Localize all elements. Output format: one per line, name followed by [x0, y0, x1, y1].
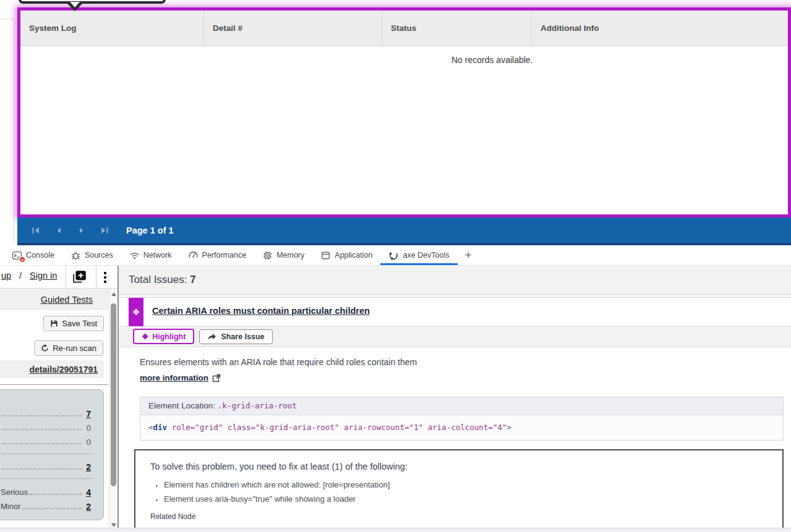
tab-application[interactable]: Application: [312, 245, 380, 265]
issue-title-link[interactable]: Certain ARIA roles must contain particul…: [152, 306, 370, 316]
more-information-link[interactable]: more information: [140, 373, 208, 382]
grid-column-header[interactable]: System Log: [20, 11, 204, 46]
sign-in-link[interactable]: Sign in: [30, 271, 57, 281]
tab-label: Console: [26, 251, 54, 260]
scan-details-box: details/29051791: [0, 360, 104, 378]
tab-label: Sources: [85, 251, 113, 260]
highlight-button[interactable]: ❖ Highlight: [133, 329, 194, 344]
tab-memory[interactable]: Memory: [254, 245, 312, 265]
summary-total-link[interactable]: 7: [86, 409, 91, 419]
solve-bullet: Element uses aria-busy="true" while show…: [164, 494, 767, 504]
save-icon: [50, 319, 58, 327]
solve-bullet: Element has children which are not allow…: [164, 480, 767, 489]
tab-network[interactable]: Network: [121, 245, 180, 265]
account-row: up / Sign in: [0, 266, 118, 289]
element-location-selector: .k-grid-aria-root: [218, 401, 297, 410]
summary-row-minor: Minor 2: [1, 499, 91, 512]
divider: [96, 266, 96, 289]
divider: [0, 384, 108, 385]
tab-label: Performance: [202, 251, 247, 260]
tooltip-caret-icon: [70, 2, 80, 7]
solve-bullet-list: Element has children which are not allow…: [150, 480, 767, 504]
severity-label: Serious: [1, 488, 28, 497]
summary-row: 0: [1, 420, 91, 433]
inspected-page: System Log Detail # Status Additional In…: [0, 0, 791, 245]
share-issue-label: Share Issue: [221, 332, 264, 341]
solve-instructions-box: To solve this problem, you need to fix a…: [134, 449, 784, 532]
console-icon: ×: [12, 250, 22, 261]
sidebar-scrollbar[interactable]: [109, 289, 118, 532]
application-box-icon: [320, 250, 331, 261]
code-text: >: [507, 423, 511, 432]
grid-column-header[interactable]: Detail #: [204, 11, 382, 46]
tab-performance[interactable]: Performance: [180, 245, 255, 265]
highlight-label: Highlight: [152, 332, 186, 341]
divider: [1, 454, 93, 454]
share-arrow-icon: [207, 333, 216, 340]
scroll-up-arrow-icon[interactable]: [111, 292, 116, 296]
element-location-bar: Element Location: .k-grid-aria-root: [140, 397, 784, 415]
page-edge-line-v: [14, 19, 14, 245]
sign-up-link[interactable]: up: [1, 271, 11, 281]
divider: [1, 478, 93, 479]
leader-dots: [2, 429, 82, 430]
chip-icon: [262, 250, 273, 261]
kebab-menu-icon[interactable]: [101, 270, 109, 284]
save-test-button[interactable]: Save Test: [43, 316, 104, 331]
issue-description: Ensures elements with an ARIA role that …: [140, 357, 791, 367]
leader-dots: [2, 443, 82, 444]
pager-page-label: Page 1 of 1: [126, 226, 174, 235]
serious-count-link[interactable]: 4: [86, 488, 91, 497]
pager-last-page-button[interactable]: [100, 226, 109, 235]
element-location-label: Element Location:: [148, 401, 218, 410]
new-tab-button[interactable]: +: [458, 245, 479, 265]
console-error-badge: ×: [19, 256, 25, 263]
gauge-icon: [188, 250, 199, 261]
code-text: <: [148, 423, 153, 432]
grid-column-header[interactable]: Status: [382, 11, 532, 46]
bottom-strip: [0, 528, 791, 532]
total-issues-count: 7: [190, 274, 195, 285]
summary-row: 0: [1, 434, 91, 447]
open-new-window-icon[interactable]: [71, 269, 88, 285]
account-separator: /: [19, 271, 22, 281]
rerun-scan-button[interactable]: Re-run scan: [34, 340, 103, 356]
issue-selector-badge: ❖: [129, 298, 143, 326]
summary-row: 2: [1, 460, 91, 472]
tab-label: Memory: [276, 251, 304, 260]
axe-devtools-panel: up / Sign in Guided Tests: [0, 266, 791, 532]
pager-previous-page-button[interactable]: [54, 226, 64, 235]
save-test-label: Save Test: [62, 319, 97, 328]
scrollbar-thumb[interactable]: [111, 303, 116, 486]
external-link-icon: [212, 374, 221, 382]
summary-row-serious: Serious 4: [1, 485, 91, 497]
guided-tests-link[interactable]: Guided Tests: [41, 295, 93, 305]
selector-icon: ❖: [142, 332, 148, 341]
share-issue-button[interactable]: Share Issue: [199, 329, 272, 344]
issue-summary-panel: 7 0 0 2 Serious: [0, 389, 104, 520]
guided-tests-band: Guided Tests: [0, 289, 109, 310]
rerun-scan-label: Re-run scan: [53, 344, 96, 353]
minor-count-link[interactable]: 2: [86, 502, 91, 512]
tab-sources[interactable]: Sources: [62, 245, 121, 265]
axe-logo-icon: [388, 250, 399, 261]
grid-empty-message: No records available.: [451, 55, 533, 65]
tab-axe-devtools[interactable]: axe DevTools: [380, 245, 457, 265]
summary-link[interactable]: 2: [86, 462, 91, 472]
scan-details-link[interactable]: details/29051791: [29, 365, 98, 374]
leader-dots: [22, 508, 82, 509]
summary-value: 0: [86, 437, 91, 447]
code-text: role="grid" class="k-grid-aria-root" ari…: [167, 423, 507, 432]
solve-heading: To solve this problem, you need to fix a…: [150, 462, 767, 471]
scroll-down-arrow-icon[interactable]: [111, 523, 116, 527]
grid-column-header[interactable]: Additional Info: [532, 11, 788, 46]
element-source-code[interactable]: <div role="grid" class="k-grid-aria-root…: [140, 415, 784, 441]
tab-console[interactable]: × Console: [4, 245, 62, 265]
issue-row[interactable]: ❖ Certain ARIA roles must contain partic…: [119, 298, 791, 326]
summary-value: 0: [86, 423, 91, 433]
severity-label: Minor: [1, 502, 21, 512]
pager-first-page-button[interactable]: [31, 226, 41, 235]
bug-icon: [71, 250, 81, 261]
tab-label: axe DevTools: [403, 251, 449, 260]
pager-next-page-button[interactable]: [77, 226, 87, 235]
